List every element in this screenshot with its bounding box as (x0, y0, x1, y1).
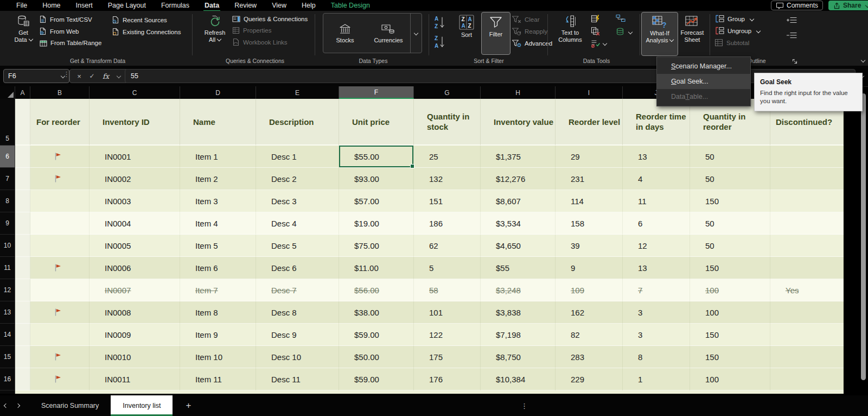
cell-description[interactable]: Desc 3 (256, 190, 339, 212)
hide-detail-button[interactable] (787, 31, 797, 39)
header-for-reorder[interactable]: For reorder (30, 99, 90, 146)
show-detail-button[interactable] (787, 16, 797, 24)
flash-fill-button[interactable] (591, 14, 607, 23)
cell-discontinued[interactable] (770, 257, 844, 279)
row-header[interactable]: 15 (0, 346, 15, 368)
reapply-filter-button[interactable]: Reapply (512, 27, 552, 35)
cell-inventory-id[interactable]: IN0010 (90, 346, 180, 368)
cell-unit-price[interactable]: $50.00 (339, 346, 414, 368)
cell-unit-price[interactable]: $57.00 (339, 190, 414, 212)
col-header-b[interactable]: B (30, 86, 90, 99)
vertical-scrollbar-thumb[interactable] (861, 93, 866, 380)
cell-quantity-in-reorder[interactable]: 100 (690, 368, 770, 390)
what-if-analysis-button[interactable]: ? What-If Analysis (641, 12, 678, 56)
cell-discontinued[interactable] (770, 212, 844, 235)
cell-reorder-level[interactable]: 114 (556, 190, 623, 212)
cell-quantity-in-stock[interactable]: 5 (414, 257, 481, 279)
cell-a[interactable] (15, 146, 30, 168)
cell-name[interactable]: Item 1 (180, 146, 256, 168)
cell-name[interactable]: Item 8 (180, 301, 256, 324)
cell-a[interactable] (15, 279, 30, 301)
cell-inventory-value[interactable]: $4,650 (481, 235, 556, 257)
cell-a[interactable] (15, 368, 30, 390)
row-header[interactable]: 12 (0, 279, 15, 301)
cell-for-reorder[interactable] (30, 324, 90, 346)
sort-descending-button[interactable]: ZA (434, 34, 445, 50)
comments-button[interactable]: Comments (771, 1, 823, 10)
cell-quantity-in-reorder[interactable]: 150 (690, 190, 770, 212)
sheet-nav-left-button[interactable] (0, 404, 12, 407)
cell-reorder-level[interactable]: 229 (556, 368, 623, 390)
row-header[interactable]: 6 (0, 146, 15, 168)
remove-duplicates-button[interactable] (591, 27, 607, 36)
cell-reorder-level[interactable]: 82 (556, 324, 623, 346)
cell-a[interactable] (15, 324, 30, 346)
cell-for-reorder[interactable] (30, 368, 90, 390)
cell-quantity-in-reorder[interactable]: 50 (690, 235, 770, 257)
cell-description[interactable]: Desc 10 (256, 346, 339, 368)
row-header[interactable]: 14 (0, 324, 15, 346)
cell-quantity-in-stock[interactable]: 122 (414, 324, 481, 346)
cell-inventory-value[interactable]: $7,198 (481, 324, 556, 346)
cell-name[interactable]: Item 5 (180, 235, 256, 257)
row-header[interactable]: 10 (0, 235, 15, 257)
cell-inventory-id[interactable]: IN0004 (90, 212, 180, 235)
what-if-menu-item[interactable]: Data Table... (657, 89, 750, 104)
tab-file[interactable]: File (9, 1, 35, 11)
col-header-f-selected[interactable]: F (339, 86, 414, 99)
refresh-all-button[interactable]: Refresh All (197, 12, 232, 45)
cell-reorder-time[interactable]: 8 (623, 346, 690, 368)
cell-quantity-in-reorder[interactable]: 50 (690, 168, 770, 190)
cell-unit-price[interactable]: $38.00 (339, 301, 414, 324)
cell-reorder-time[interactable]: 13 (623, 146, 690, 168)
cell-quantity-in-stock[interactable]: 132 (414, 168, 481, 190)
cell-quantity-in-stock[interactable]: 186 (414, 212, 481, 235)
cell-name[interactable]: Item 4 (180, 212, 256, 235)
cell-discontinued[interactable] (770, 324, 844, 346)
stocks-button[interactable]: Stocks (323, 14, 367, 53)
cell-reorder-time[interactable]: 12 (623, 235, 690, 257)
row-header[interactable]: 5 (0, 99, 15, 146)
cell-description[interactable]: Desc 5 (256, 235, 339, 257)
cell-inventory-id[interactable]: IN0003 (90, 190, 180, 212)
cell-reorder-level[interactable]: 162 (556, 301, 623, 324)
cell-reorder-level[interactable]: 9 (556, 257, 623, 279)
cell-quantity-in-reorder[interactable]: 50 (690, 146, 770, 168)
enter-check-icon[interactable]: ✓ (89, 72, 94, 80)
cell-reorder-time[interactable]: 4 (623, 168, 690, 190)
header-inventory-id[interactable]: Inventory ID (90, 99, 180, 146)
tab-table-design[interactable]: Table Design (323, 1, 378, 11)
existing-connections-button[interactable]: Existing Connections (112, 28, 181, 36)
header-unit-price[interactable]: Unit price (339, 99, 414, 146)
cell-description[interactable]: Desc 7 (256, 279, 339, 301)
cell-description[interactable]: Desc 9 (256, 324, 339, 346)
cell-name[interactable]: Item 7 (180, 279, 256, 301)
tab-view[interactable]: View (264, 1, 294, 11)
cell-inventory-value[interactable]: $1,375 (481, 146, 556, 168)
text-to-columns-button[interactable]: Text to Columns (552, 12, 589, 45)
cell-reorder-time[interactable]: 13 (623, 257, 690, 279)
ungroup-button[interactable]: Ungroup (714, 27, 760, 35)
cell-description[interactable]: Desc 6 (256, 257, 339, 279)
cell-for-reorder[interactable] (30, 257, 90, 279)
data-types-gallery-more-button[interactable] (410, 14, 422, 53)
sheet-tab-scenario-summary[interactable]: Scenario Summary (29, 395, 111, 416)
outline-dialog-launcher-icon[interactable] (792, 59, 798, 65)
tab-data[interactable]: Data (197, 1, 227, 11)
cell-for-reorder[interactable] (30, 235, 90, 257)
share-button[interactable]: Share (828, 1, 868, 10)
cell-quantity-in-stock[interactable]: 58 (414, 279, 481, 301)
col-header-e[interactable]: E (256, 86, 339, 99)
cell-description[interactable]: Desc 8 (256, 301, 339, 324)
cell-for-reorder[interactable] (30, 190, 90, 212)
cell-reorder-time[interactable]: 7 (623, 279, 690, 301)
cell-inventory-id[interactable]: IN0005 (90, 235, 180, 257)
subtotal-button[interactable]: Subtotal (714, 39, 760, 47)
queries-connections-button[interactable]: Queries & Connections (232, 15, 308, 23)
cell-for-reorder[interactable] (30, 146, 90, 168)
cell-inventory-value[interactable]: $12,276 (481, 168, 556, 190)
cell-inventory-id[interactable]: IN0009 (90, 324, 180, 346)
cell-quantity-in-stock[interactable]: 25 (414, 146, 481, 168)
cancel-icon[interactable]: × (77, 72, 81, 80)
cell-discontinued[interactable] (770, 190, 844, 212)
